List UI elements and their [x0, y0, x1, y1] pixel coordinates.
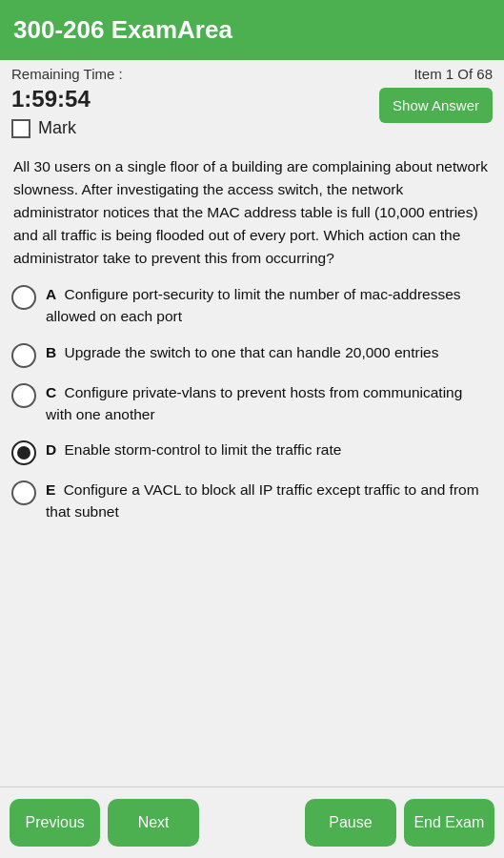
option-d-text: D Enable storm-control to limit the traf… — [46, 439, 341, 460]
mark-label: Mark — [38, 118, 76, 138]
show-answer-button[interactable]: Show Answer — [379, 88, 493, 123]
option-b[interactable]: B Upgrade the switch to one that can han… — [11, 341, 493, 368]
radio-e[interactable] — [11, 480, 36, 505]
mark-row: Mark — [11, 118, 379, 138]
remaining-label: Remaining Time : — [11, 66, 123, 82]
next-button[interactable]: Next — [108, 799, 198, 847]
options-list: A Configure port-security to limit the n… — [0, 283, 504, 533]
item-label: Item 1 Of 68 — [413, 66, 493, 82]
previous-button[interactable]: Previous — [10, 799, 100, 847]
option-c-letter: C — [46, 384, 56, 400]
option-a-letter: A — [46, 286, 56, 302]
timer-section: 1:59:54 Mark Show Answer — [0, 82, 504, 146]
option-e-text: E Configure a VACL to block all IP traff… — [46, 479, 493, 523]
radio-d[interactable] — [11, 440, 36, 465]
radio-d-inner — [17, 446, 30, 460]
option-e-letter: E — [46, 481, 55, 498]
pause-button[interactable]: Pause — [305, 799, 395, 847]
app-header: 300-206 ExamArea — [0, 0, 504, 60]
meta-row: Remaining Time : Item 1 Of 68 — [0, 60, 504, 82]
option-a-text: A Configure port-security to limit the n… — [46, 283, 493, 328]
option-e[interactable]: E Configure a VACL to block all IP traff… — [11, 479, 493, 523]
option-d[interactable]: D Enable storm-control to limit the traf… — [11, 439, 493, 465]
app-title: 300-206 ExamArea — [13, 15, 232, 44]
option-a[interactable]: A Configure port-security to limit the n… — [11, 283, 493, 328]
option-c[interactable]: C Configure private-vlans to prevent hos… — [11, 381, 493, 426]
radio-a[interactable] — [11, 285, 36, 310]
option-c-text: C Configure private-vlans to prevent hos… — [46, 381, 493, 426]
bottom-buttons: Previous Next Pause End Exam — [0, 786, 504, 858]
timer-block: 1:59:54 Mark — [11, 86, 379, 138]
option-d-letter: D — [46, 441, 56, 458]
mark-checkbox[interactable] — [11, 119, 30, 138]
radio-b[interactable] — [11, 343, 36, 368]
end-exam-button[interactable]: End Exam — [404, 799, 494, 847]
option-b-letter: B — [46, 344, 56, 360]
radio-c[interactable] — [11, 383, 36, 408]
timer-value: 1:59:54 — [11, 86, 379, 112]
option-b-text: B Upgrade the switch to one that can han… — [46, 341, 438, 363]
question-text: All 30 users on a single floor of a buil… — [0, 146, 504, 283]
